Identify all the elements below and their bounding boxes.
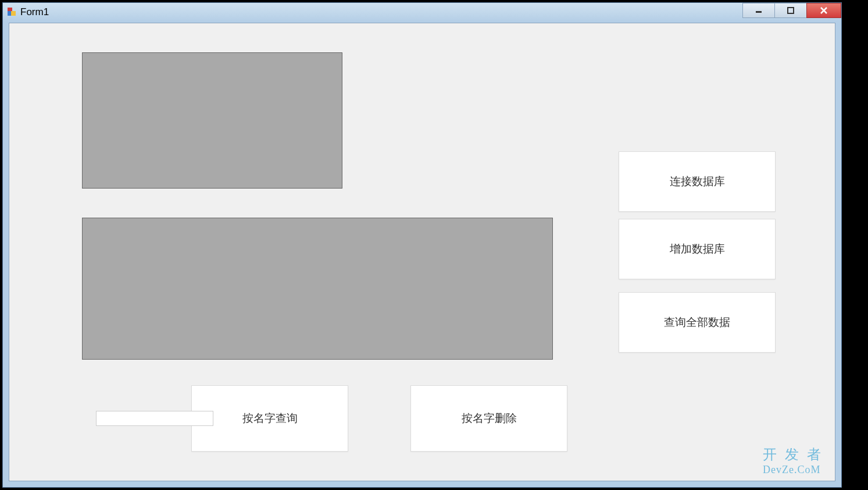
maximize-icon	[787, 7, 794, 14]
button-label: 按名字删除	[462, 411, 517, 426]
name-input[interactable]	[96, 411, 213, 426]
watermark-line2: DevZe.CoM	[763, 464, 823, 476]
close-icon	[820, 6, 828, 15]
panel-bottom	[82, 218, 553, 360]
minimize-icon	[755, 7, 762, 14]
button-label: 增加数据库	[670, 242, 725, 257]
svg-rect-1	[788, 8, 794, 13]
add-db-button[interactable]: 增加数据库	[619, 219, 776, 279]
query-by-name-button[interactable]: 按名字查询	[191, 385, 348, 452]
window-controls	[743, 3, 841, 18]
client-area: 连接数据库 增加数据库 查询全部数据 按名字查询 按名字删除 开 发 者 Dev…	[9, 23, 835, 481]
close-button[interactable]	[806, 3, 841, 18]
button-label: 查询全部数据	[664, 315, 730, 330]
app-icon	[8, 8, 17, 17]
svg-rect-0	[756, 11, 762, 13]
maximize-button[interactable]	[774, 3, 807, 18]
button-label: 连接数据库	[670, 174, 725, 189]
app-window: Form1 连接数据库 增加数据	[2, 2, 842, 488]
window-title: Form1	[20, 6, 49, 18]
minimize-button[interactable]	[742, 3, 775, 18]
watermark: 开 发 者 DevZe.CoM	[763, 445, 823, 476]
watermark-line1: 开 发 者	[763, 447, 823, 462]
panel-top	[82, 52, 342, 189]
titlebar[interactable]: Form1	[3, 3, 841, 22]
query-all-button[interactable]: 查询全部数据	[619, 292, 776, 353]
delete-by-name-button[interactable]: 按名字删除	[410, 385, 567, 452]
button-label: 按名字查询	[242, 411, 298, 426]
connect-db-button[interactable]: 连接数据库	[619, 151, 776, 212]
